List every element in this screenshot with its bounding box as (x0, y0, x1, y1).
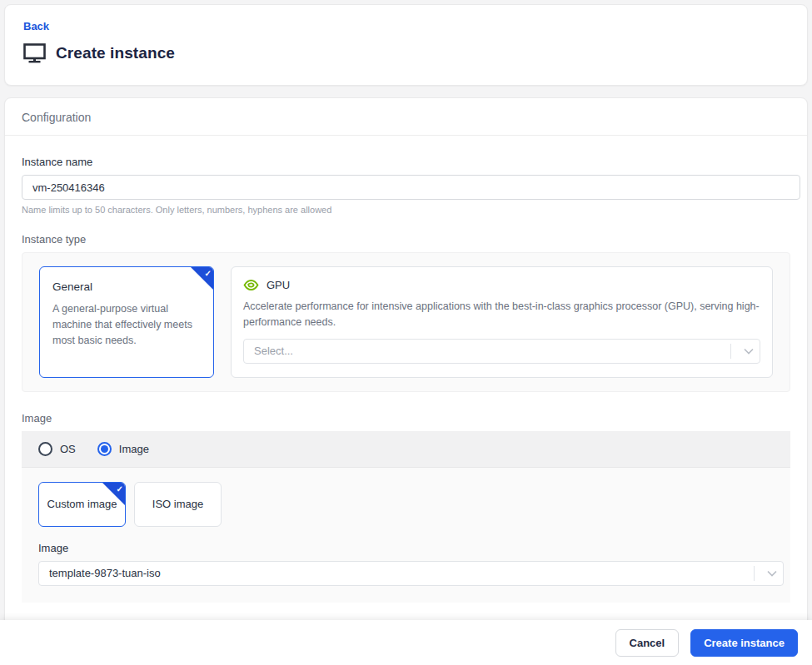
instance-type-panel: ✓ General A general-purpose virtual mach… (22, 252, 790, 392)
gpu-card-title: GPU (267, 279, 290, 291)
image-subpanel: ✓ Custom image ISO image Image template-… (22, 467, 790, 603)
page-header: Back Create instance (4, 4, 808, 86)
cancel-button[interactable]: Cancel (615, 629, 680, 657)
gpu-select-placeholder: Select... (254, 345, 730, 357)
footer-action-bar: Cancel Create instance (0, 620, 812, 665)
create-instance-button[interactable]: Create instance (690, 629, 798, 657)
gpu-select[interactable]: Select... (243, 339, 760, 364)
monitor-icon (23, 43, 46, 63)
image-select-value: template-9873-tuan-iso (49, 567, 754, 579)
image-source-radio-group: OS Image (22, 431, 790, 467)
instance-name-label: Instance name (22, 156, 790, 168)
iso-image-label: ISO image (152, 498, 203, 510)
instance-name-input[interactable] (22, 175, 800, 200)
radio-image-label: Image (119, 443, 149, 455)
instance-type-card-general[interactable]: ✓ General A general-purpose virtual mach… (39, 266, 214, 378)
configuration-section-title: Configuration (5, 98, 807, 136)
image-field-label: Image (38, 542, 774, 554)
radio-image[interactable]: Image (97, 442, 149, 456)
general-card-title: General (52, 280, 201, 293)
radio-circle-icon (38, 442, 52, 456)
page-title: Create instance (56, 44, 175, 62)
back-link[interactable]: Back (23, 20, 49, 32)
select-divider (730, 344, 731, 359)
image-kind-card-custom[interactable]: ✓ Custom image (38, 482, 126, 527)
radio-os-label: OS (60, 443, 76, 455)
nvidia-logo-icon (243, 279, 259, 291)
image-select[interactable]: template-9873-tuan-iso (38, 561, 784, 586)
configuration-card: Configuration Instance name Name limits … (4, 97, 808, 665)
instance-type-card-gpu[interactable]: GPU Accelerate performance for intensive… (231, 266, 773, 378)
radio-circle-checked-icon (97, 442, 112, 456)
selected-check-icon: ✓ (102, 483, 125, 505)
image-kind-card-iso[interactable]: ISO image (134, 482, 222, 527)
instance-name-helper: Name limits up to 50 characters. Only le… (22, 205, 790, 215)
image-section-label: Image (22, 412, 790, 424)
general-card-description: A general-purpose virtual machine that e… (52, 301, 201, 348)
instance-type-label: Instance type (22, 233, 790, 246)
chevron-down-icon (738, 348, 760, 355)
chevron-down-icon (761, 570, 783, 577)
select-divider (754, 566, 755, 581)
selected-check-icon: ✓ (191, 267, 213, 290)
radio-os[interactable]: OS (38, 442, 76, 456)
gpu-card-description: Accelerate performance for intensive app… (243, 299, 760, 330)
